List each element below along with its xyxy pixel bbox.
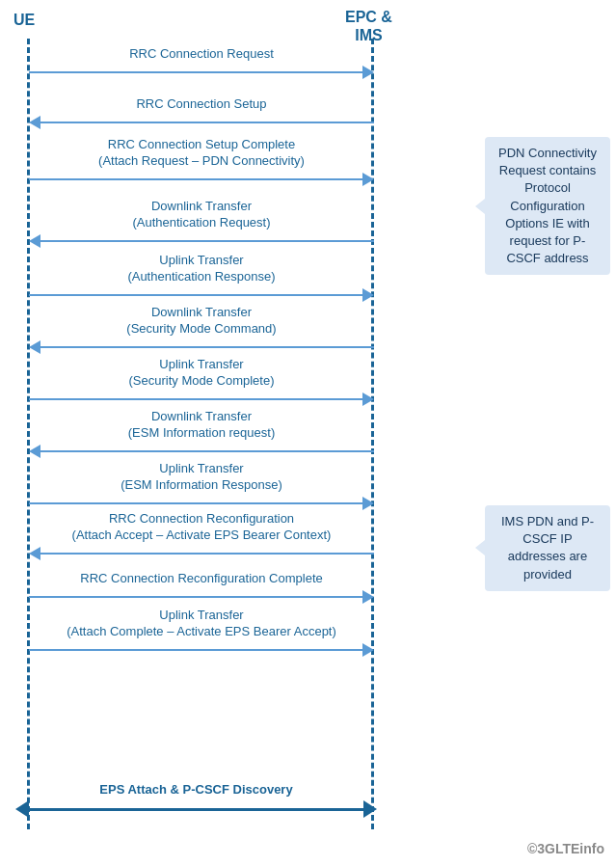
msg-dl-auth-request-arrow [29,234,374,248]
msg-rrc-setup-complete-arrow [29,173,374,186]
msg-rrc-reconfig-arrow [29,547,374,560]
head-8 [29,445,40,458]
msg-ul-esm-info-response-label: Uplink Transfer(ESM Information Response… [29,461,374,494]
msg-dl-security-mode-label: Downlink Transfer(Security Mode Command) [29,305,374,338]
callout-pdn-connectivity: PDN Connectivity Request contains Protoc… [485,137,610,275]
head-4 [29,234,40,248]
head-11 [362,590,374,604]
shaft-1 [29,71,362,73]
msg-ul-attach-complete-label: Uplink Transfer(Attach Complete – Activa… [29,608,374,640]
msg-dl-auth-request-label: Downlink Transfer(Authentication Request… [29,199,374,231]
arrow-right-9 [29,497,374,510]
arrow-right-5 [29,288,374,302]
shaft-7 [29,398,362,400]
epc-text: EPC &IMS [345,9,392,43]
shaft-5 [29,294,362,296]
overall-arrow-container: EPS Attach & P-CSCF Discovery [15,782,377,818]
head-1 [362,66,374,79]
arrow-right-7 [29,392,374,406]
arrow-right-11 [29,590,374,604]
overall-label-text: EPS Attach & P-CSCF Discovery [99,782,292,797]
callout-pdn-text: PDN Connectivity Request contains Protoc… [498,146,597,265]
msg-dl-security-mode-arrow [29,340,374,354]
msg-rrc-reconfig-label: RRC Connection Reconfiguration(Attach Ac… [29,511,374,544]
shaft-6 [40,346,374,348]
head-12 [362,643,374,657]
arrow-right-1 [29,66,374,79]
msg-ul-security-complete: Uplink Transfer(Security Mode Complete) [29,357,374,406]
msg-rrc-connection-request-label: RRC Connection Request [29,46,374,63]
msg-rrc-connection-request-arrow [29,66,374,79]
msg-rrc-connection-setup: RRC Connection Setup [29,96,374,129]
head-5 [362,288,374,302]
msg-ul-security-complete-label: Uplink Transfer(Security Mode Complete) [29,357,374,390]
watermark: ©3GLTEinfo [527,841,604,856]
msg-ul-auth-response: Uplink Transfer(Authentication Response) [29,253,374,302]
shaft-4 [40,240,374,242]
msg-ul-attach-complete: Uplink Transfer(Attach Complete – Activa… [29,608,374,657]
diagram-container: UE EPC &IMS RRC Connection Request RRC C… [0,0,616,866]
msg-dl-esm-info-request-arrow [29,445,374,458]
msg-rrc-connection-setup-label: RRC Connection Setup [29,96,374,113]
arrow-left-4 [29,234,374,248]
msg-ul-esm-info-response-arrow [29,497,374,510]
overall-arrow-head-left [15,800,29,818]
head-2 [29,116,40,129]
msg-rrc-connection-request: RRC Connection Request [29,46,374,79]
msg-dl-auth-request: Downlink Transfer(Authentication Request… [29,199,374,248]
msg-ul-security-complete-arrow [29,392,374,406]
msg-ul-auth-response-label: Uplink Transfer(Authentication Response) [29,253,374,285]
arrow-right-12 [29,643,374,657]
shaft-2 [40,122,374,123]
msg-rrc-reconfig-complete-arrow [29,590,374,604]
shaft-8 [40,450,374,452]
head-6 [29,340,40,354]
msg-dl-esm-info-request: Downlink Transfer(ESM Information reques… [29,409,374,458]
msg-dl-esm-info-request-label: Downlink Transfer(ESM Information reques… [29,409,374,442]
callout-ims-text: IMS PDN and P-CSCF IP addresses are prov… [501,514,594,582]
epc-label: EPC &IMS [345,8,392,44]
shaft-10 [40,553,374,555]
arrow-left-8 [29,445,374,458]
head-7 [362,392,374,406]
msg-ul-esm-info-response: Uplink Transfer(ESM Information Response… [29,461,374,510]
msg-rrc-connection-setup-arrow [29,116,374,129]
head-3 [362,173,374,186]
arrow-left-6 [29,340,374,354]
shaft-3 [29,178,362,180]
msg-rrc-setup-complete-label: RRC Connection Setup Complete(Attach Req… [29,137,374,170]
msg-rrc-reconfig-complete-label: RRC Connection Reconfiguration Complete [29,571,374,587]
shaft-12 [29,649,362,651]
shaft-9 [29,502,362,504]
msg-ul-auth-response-arrow [29,288,374,302]
head-9 [362,497,374,510]
overall-arrow-head-right [363,800,377,818]
overall-arrow-shaft [29,808,363,811]
ue-label: UE [13,12,35,29]
overall-arrow [15,800,377,818]
arrow-left-10 [29,547,374,560]
msg-rrc-reconfig: RRC Connection Reconfiguration(Attach Ac… [29,511,374,560]
msg-rrc-reconfig-complete: RRC Connection Reconfiguration Complete [29,571,374,604]
msg-dl-security-mode: Downlink Transfer(Security Mode Command) [29,305,374,354]
msg-rrc-setup-complete: RRC Connection Setup Complete(Attach Req… [29,137,374,186]
shaft-11 [29,596,362,598]
arrow-left-2 [29,116,374,129]
overall-label: EPS Attach & P-CSCF Discovery [15,782,377,797]
callout-ims-pdn: IMS PDN and P-CSCF IP addresses are prov… [485,505,610,591]
arrow-right-3 [29,173,374,186]
msg-ul-attach-complete-arrow [29,643,374,657]
head-10 [29,547,40,560]
